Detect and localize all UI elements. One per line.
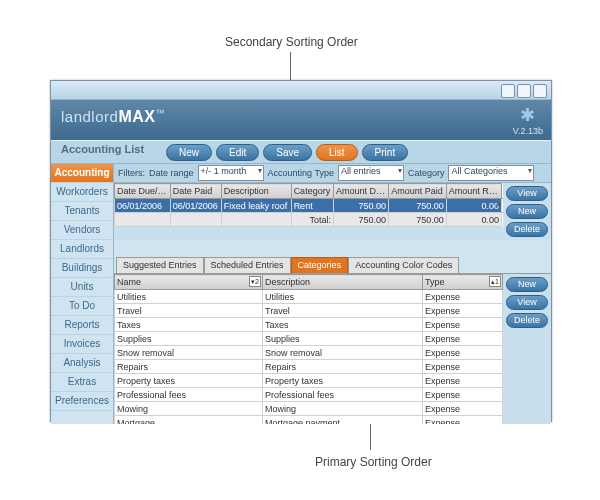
table-row[interactable]: MortgageMortgage paymentExpense [115,416,503,425]
sidebar-item-buildings[interactable]: Buildings [51,259,113,278]
sidebar-item-accounting[interactable]: Accounting [51,164,113,183]
view-button[interactable]: View [506,295,548,310]
delete-button[interactable]: Delete [506,222,548,237]
app-logo: landlordMAX™ [61,108,165,126]
acct-type-select[interactable]: All entries [338,165,404,181]
titlebar [51,81,551,100]
toolbar: Accounting List New Edit Save List Print [51,140,551,164]
app-window: landlordMAX™ ✱ V.2.13b Accounting List N… [50,80,552,422]
sidebar-item-landlords[interactable]: Landlords [51,240,113,259]
edit-button[interactable]: Edit [216,144,259,161]
date-range-label: Date range [149,168,194,178]
maximize-button[interactable] [517,84,531,98]
sidebar: AccountingWorkordersTenantsVendorsLandlo… [51,164,114,424]
sidebar-item-units[interactable]: Units [51,278,113,297]
star-icon: ✱ [520,104,535,126]
version-label: V.2.13b [513,126,543,136]
grid1-col[interactable]: Date Paid [170,184,221,199]
sidebar-item-preferences[interactable]: Preferences [51,392,113,411]
accounting-grid[interactable]: Date Due/…Date PaidDescriptionCategoryAm… [114,183,503,240]
sidebar-item-vendors[interactable]: Vendors [51,221,113,240]
annotation-primary: Primary Sorting Order [315,455,432,469]
print-button[interactable]: Print [362,144,409,161]
logo-text-a: landlord [61,108,118,125]
grid1-col[interactable]: Description [221,184,291,199]
sidebar-item-reports[interactable]: Reports [51,316,113,335]
sort-indicator: ▾2 [249,276,261,287]
grid2-col-type[interactable]: Type▴1 [422,275,502,290]
grid2-side-buttons: NewViewDelete [503,274,551,424]
view-button[interactable]: View [506,186,548,201]
category-select[interactable]: All Categories [448,165,534,181]
filter-bar: Filters: Date range +/- 1 month Accounti… [114,164,551,183]
tab-categories[interactable]: Categories [291,257,349,273]
sidebar-item-invoices[interactable]: Invoices [51,335,113,354]
categories-grid[interactable]: Name▾2DescriptionType▴1UtilitiesUtilitie… [114,274,503,424]
table-row[interactable]: Professional feesProfessional feesExpens… [115,388,503,402]
logo-text-b: MAX [118,108,155,125]
sidebar-item-analysis[interactable]: Analysis [51,354,113,373]
sidebar-item-workorders[interactable]: Workorders [51,183,113,202]
table-row[interactable]: MowingMowingExpense [115,402,503,416]
logo-tm: ™ [155,108,165,118]
main-panel: Filters: Date range +/- 1 month Accounti… [114,164,551,424]
sort-indicator: ▴1 [489,276,501,287]
delete-button[interactable]: Delete [506,313,548,328]
table-row[interactable]: TaxesTaxesExpense [115,318,503,332]
grid1-col[interactable]: Amount Paid [389,184,447,199]
category-label: Category [408,168,445,178]
new-button[interactable]: New [506,204,548,219]
table-row[interactable]: Property taxesProperty taxesExpense [115,374,503,388]
new-button[interactable]: New [506,277,548,292]
new-button[interactable]: New [166,144,212,161]
save-button[interactable]: Save [263,144,312,161]
table-row[interactable]: Snow removalSnow removalExpense [115,346,503,360]
sidebar-item-to-do[interactable]: To Do [51,297,113,316]
filters-label: Filters: [118,168,145,178]
table-row[interactable]: RepairsRepairsExpense [115,360,503,374]
table-row[interactable]: TravelTravelExpense [115,304,503,318]
list-button[interactable]: List [316,144,358,161]
lower-tabs: Suggested EntriesScheduled EntriesCatego… [114,256,551,273]
grid1-col[interactable]: Amount R… [446,184,501,199]
app-header: landlordMAX™ ✱ V.2.13b [51,100,551,140]
sidebar-item-extras[interactable]: Extras [51,373,113,392]
grid1-col[interactable]: Date Due/… [115,184,171,199]
grid1-side-buttons: ViewNewDelete [503,183,551,240]
grid2-col-name[interactable]: Name▾2 [115,275,263,290]
annotation-secondary: Secondary Sorting Order [225,35,358,49]
grid1-col[interactable]: Category [291,184,333,199]
tab-accounting-color-codes[interactable]: Accounting Color Codes [348,257,459,273]
table-row[interactable]: 06/01/200606/01/2006Fixed leaky roofRent… [115,199,503,213]
minimize-button[interactable] [501,84,515,98]
close-button[interactable] [533,84,547,98]
table-row[interactable]: SuppliesSuppliesExpense [115,332,503,346]
tab-suggested-entries[interactable]: Suggested Entries [116,257,204,273]
sidebar-item-tenants[interactable]: Tenants [51,202,113,221]
section-title: Accounting List [61,143,144,155]
grid2-col-description[interactable]: Description [262,275,422,290]
tab-scheduled-entries[interactable]: Scheduled Entries [204,257,291,273]
table-row[interactable]: UtilitiesUtilitiesExpense [115,290,503,304]
grid1-col[interactable]: Amount D… [334,184,389,199]
total-row: Total:750.00750.000.00 [115,213,503,227]
acct-type-label: Accounting Type [268,168,334,178]
date-range-select[interactable]: +/- 1 month [198,165,264,181]
